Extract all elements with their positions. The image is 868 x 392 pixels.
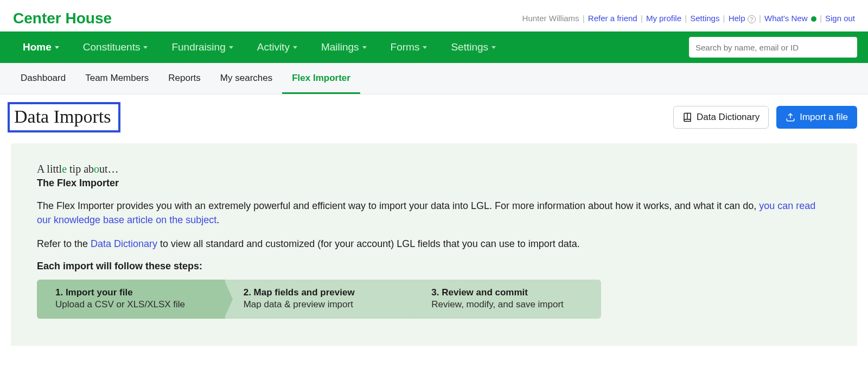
user-links: Hunter Williams | Refer a friend | My pr…: [522, 14, 855, 23]
step-3: 3. Review and commit Review, modify, and…: [413, 280, 601, 319]
search-input[interactable]: [689, 37, 857, 58]
user-name: Hunter Williams: [522, 14, 579, 23]
status-dot-icon: [811, 16, 816, 22]
upload-icon: [786, 112, 795, 122]
data-dictionary-link[interactable]: Data Dictionary: [91, 238, 157, 249]
tip-intro: A little tip about…: [37, 163, 831, 175]
search-wrap: [689, 37, 857, 58]
help-icon: ?: [748, 15, 756, 23]
step-3-sub: Review, modify, and save import: [431, 299, 585, 310]
step-2-title: 2. Map fields and preview: [244, 287, 397, 298]
nav-fundraising[interactable]: Fundraising: [159, 31, 245, 63]
book-icon: [682, 112, 692, 122]
page-title: Data Imports: [8, 102, 120, 132]
chevron-down-icon: [362, 46, 367, 49]
profile-link[interactable]: My profile: [646, 14, 681, 23]
step-1: 1. Import your file Upload a CSV or XLS/…: [37, 280, 225, 319]
signout-link[interactable]: Sign out: [825, 14, 855, 23]
steps-title: Each import will follow these steps:: [37, 261, 831, 272]
tip-body-1: The Flex Importer provides you with an e…: [37, 199, 831, 227]
chevron-down-icon: [55, 46, 59, 49]
nav-activity[interactable]: Activity: [245, 31, 309, 63]
main-nav: Home Constituents Fundraising Activity M…: [0, 31, 868, 63]
chevron-right-icon: [412, 280, 420, 319]
sub-nav: Dashboard Team Members Reports My search…: [0, 63, 868, 94]
import-file-button[interactable]: Import a file: [776, 106, 857, 129]
tab-my-searches[interactable]: My searches: [210, 63, 282, 94]
settings-link[interactable]: Settings: [690, 14, 719, 23]
step-2: 2. Map fields and preview Map data & pre…: [225, 280, 413, 319]
help-link[interactable]: Help ?: [729, 14, 756, 23]
nav-constituents[interactable]: Constituents: [71, 31, 160, 63]
refer-link[interactable]: Refer a friend: [588, 14, 637, 23]
nav-mailings[interactable]: Mailings: [309, 31, 379, 63]
topbar: Center House Hunter Williams | Refer a f…: [0, 0, 868, 31]
chevron-right-icon: [224, 280, 233, 319]
tab-team-members[interactable]: Team Members: [75, 63, 158, 94]
step-1-sub: Upload a CSV or XLS/XLSX file: [55, 299, 209, 310]
chevron-down-icon: [293, 46, 297, 49]
nav-forms[interactable]: Forms: [379, 31, 439, 63]
chevron-down-icon: [423, 46, 427, 49]
chevron-down-icon: [143, 46, 148, 49]
nav-settings[interactable]: Settings: [439, 31, 508, 63]
step-2-sub: Map data & preview import: [244, 299, 397, 310]
data-dictionary-button[interactable]: Data Dictionary: [673, 106, 769, 129]
chevron-down-icon: [492, 46, 496, 49]
header-actions: Data Dictionary Import a file: [673, 106, 857, 129]
step-3-title: 3. Review and commit: [431, 287, 585, 298]
brand-title: Center House: [13, 10, 112, 27]
steps-row: 1. Import your file Upload a CSV or XLS/…: [37, 280, 601, 319]
whats-new-link[interactable]: What's New: [764, 14, 816, 23]
tip-body-2: Refer to the Data Dictionary to view all…: [37, 237, 831, 251]
tab-dashboard[interactable]: Dashboard: [11, 63, 75, 94]
chevron-down-icon: [229, 46, 233, 49]
step-1-title: 1. Import your file: [55, 287, 209, 298]
nav-home[interactable]: Home: [11, 31, 71, 63]
tab-flex-importer[interactable]: Flex Importer: [282, 63, 360, 94]
tip-panel: A little tip about… The Flex Importer Th…: [11, 143, 857, 346]
tip-title: The Flex Importer: [37, 178, 831, 189]
tab-reports[interactable]: Reports: [158, 63, 210, 94]
page-header: Data Imports Data Dictionary Import a fi…: [0, 94, 868, 138]
